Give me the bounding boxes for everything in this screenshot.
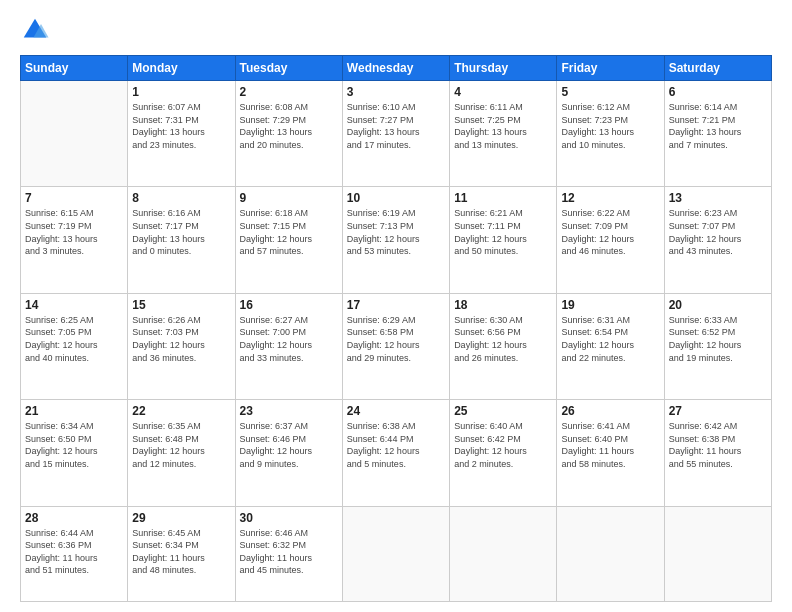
weekday-header: Sunday [21,56,128,81]
weekday-header: Thursday [450,56,557,81]
calendar-cell: 19Sunrise: 6:31 AMSunset: 6:54 PMDayligh… [557,293,664,399]
day-number: 26 [561,404,659,418]
weekday-header: Monday [128,56,235,81]
calendar-cell [450,506,557,602]
day-number: 28 [25,511,123,525]
day-info: Sunrise: 6:07 AMSunset: 7:31 PMDaylight:… [132,101,230,151]
day-number: 10 [347,191,445,205]
calendar-cell: 20Sunrise: 6:33 AMSunset: 6:52 PMDayligh… [664,293,771,399]
day-number: 25 [454,404,552,418]
day-number: 23 [240,404,338,418]
day-info: Sunrise: 6:08 AMSunset: 7:29 PMDaylight:… [240,101,338,151]
calendar-cell: 1Sunrise: 6:07 AMSunset: 7:31 PMDaylight… [128,81,235,187]
calendar-cell: 11Sunrise: 6:21 AMSunset: 7:11 PMDayligh… [450,187,557,293]
calendar-cell: 2Sunrise: 6:08 AMSunset: 7:29 PMDaylight… [235,81,342,187]
day-info: Sunrise: 6:26 AMSunset: 7:03 PMDaylight:… [132,314,230,364]
calendar-cell: 18Sunrise: 6:30 AMSunset: 6:56 PMDayligh… [450,293,557,399]
day-info: Sunrise: 6:25 AMSunset: 7:05 PMDaylight:… [25,314,123,364]
calendar-cell: 10Sunrise: 6:19 AMSunset: 7:13 PMDayligh… [342,187,449,293]
day-number: 6 [669,85,767,99]
day-number: 30 [240,511,338,525]
day-info: Sunrise: 6:23 AMSunset: 7:07 PMDaylight:… [669,207,767,257]
calendar-cell: 5Sunrise: 6:12 AMSunset: 7:23 PMDaylight… [557,81,664,187]
day-info: Sunrise: 6:45 AMSunset: 6:34 PMDaylight:… [132,527,230,577]
day-number: 5 [561,85,659,99]
day-number: 16 [240,298,338,312]
day-info: Sunrise: 6:10 AMSunset: 7:27 PMDaylight:… [347,101,445,151]
day-info: Sunrise: 6:14 AMSunset: 7:21 PMDaylight:… [669,101,767,151]
day-info: Sunrise: 6:31 AMSunset: 6:54 PMDaylight:… [561,314,659,364]
calendar-cell: 14Sunrise: 6:25 AMSunset: 7:05 PMDayligh… [21,293,128,399]
calendar-cell: 7Sunrise: 6:15 AMSunset: 7:19 PMDaylight… [21,187,128,293]
day-number: 21 [25,404,123,418]
day-info: Sunrise: 6:27 AMSunset: 7:00 PMDaylight:… [240,314,338,364]
day-info: Sunrise: 6:11 AMSunset: 7:25 PMDaylight:… [454,101,552,151]
day-info: Sunrise: 6:12 AMSunset: 7:23 PMDaylight:… [561,101,659,151]
day-info: Sunrise: 6:19 AMSunset: 7:13 PMDaylight:… [347,207,445,257]
day-number: 7 [25,191,123,205]
calendar-cell: 23Sunrise: 6:37 AMSunset: 6:46 PMDayligh… [235,400,342,506]
day-number: 4 [454,85,552,99]
calendar-cell: 22Sunrise: 6:35 AMSunset: 6:48 PMDayligh… [128,400,235,506]
calendar-cell: 16Sunrise: 6:27 AMSunset: 7:00 PMDayligh… [235,293,342,399]
weekday-header: Tuesday [235,56,342,81]
day-number: 22 [132,404,230,418]
day-number: 3 [347,85,445,99]
day-info: Sunrise: 6:44 AMSunset: 6:36 PMDaylight:… [25,527,123,577]
day-info: Sunrise: 6:46 AMSunset: 6:32 PMDaylight:… [240,527,338,577]
weekday-header: Saturday [664,56,771,81]
day-number: 14 [25,298,123,312]
calendar-cell: 21Sunrise: 6:34 AMSunset: 6:50 PMDayligh… [21,400,128,506]
calendar-cell: 29Sunrise: 6:45 AMSunset: 6:34 PMDayligh… [128,506,235,602]
calendar-cell: 15Sunrise: 6:26 AMSunset: 7:03 PMDayligh… [128,293,235,399]
calendar-cell: 25Sunrise: 6:40 AMSunset: 6:42 PMDayligh… [450,400,557,506]
calendar-cell: 27Sunrise: 6:42 AMSunset: 6:38 PMDayligh… [664,400,771,506]
calendar-cell: 26Sunrise: 6:41 AMSunset: 6:40 PMDayligh… [557,400,664,506]
calendar-cell [664,506,771,602]
day-number: 13 [669,191,767,205]
day-info: Sunrise: 6:42 AMSunset: 6:38 PMDaylight:… [669,420,767,470]
calendar-cell: 12Sunrise: 6:22 AMSunset: 7:09 PMDayligh… [557,187,664,293]
day-number: 19 [561,298,659,312]
calendar-cell [557,506,664,602]
calendar-cell: 4Sunrise: 6:11 AMSunset: 7:25 PMDaylight… [450,81,557,187]
calendar-cell [21,81,128,187]
day-info: Sunrise: 6:29 AMSunset: 6:58 PMDaylight:… [347,314,445,364]
calendar-cell [342,506,449,602]
day-number: 18 [454,298,552,312]
day-info: Sunrise: 6:15 AMSunset: 7:19 PMDaylight:… [25,207,123,257]
day-info: Sunrise: 6:30 AMSunset: 6:56 PMDaylight:… [454,314,552,364]
calendar-cell: 3Sunrise: 6:10 AMSunset: 7:27 PMDaylight… [342,81,449,187]
day-info: Sunrise: 6:16 AMSunset: 7:17 PMDaylight:… [132,207,230,257]
calendar-cell: 8Sunrise: 6:16 AMSunset: 7:17 PMDaylight… [128,187,235,293]
weekday-header: Friday [557,56,664,81]
day-number: 20 [669,298,767,312]
day-info: Sunrise: 6:22 AMSunset: 7:09 PMDaylight:… [561,207,659,257]
day-number: 27 [669,404,767,418]
day-info: Sunrise: 6:33 AMSunset: 6:52 PMDaylight:… [669,314,767,364]
day-number: 12 [561,191,659,205]
day-info: Sunrise: 6:21 AMSunset: 7:11 PMDaylight:… [454,207,552,257]
day-info: Sunrise: 6:41 AMSunset: 6:40 PMDaylight:… [561,420,659,470]
calendar-cell: 9Sunrise: 6:18 AMSunset: 7:15 PMDaylight… [235,187,342,293]
header [20,15,772,45]
day-info: Sunrise: 6:18 AMSunset: 7:15 PMDaylight:… [240,207,338,257]
day-number: 15 [132,298,230,312]
day-number: 11 [454,191,552,205]
day-info: Sunrise: 6:35 AMSunset: 6:48 PMDaylight:… [132,420,230,470]
logo [20,15,55,45]
calendar-table: SundayMondayTuesdayWednesdayThursdayFrid… [20,55,772,602]
day-number: 17 [347,298,445,312]
calendar-cell: 6Sunrise: 6:14 AMSunset: 7:21 PMDaylight… [664,81,771,187]
day-info: Sunrise: 6:40 AMSunset: 6:42 PMDaylight:… [454,420,552,470]
day-number: 24 [347,404,445,418]
page: SundayMondayTuesdayWednesdayThursdayFrid… [0,0,792,612]
calendar-cell: 30Sunrise: 6:46 AMSunset: 6:32 PMDayligh… [235,506,342,602]
day-number: 29 [132,511,230,525]
day-number: 2 [240,85,338,99]
day-info: Sunrise: 6:37 AMSunset: 6:46 PMDaylight:… [240,420,338,470]
day-info: Sunrise: 6:38 AMSunset: 6:44 PMDaylight:… [347,420,445,470]
calendar-cell: 17Sunrise: 6:29 AMSunset: 6:58 PMDayligh… [342,293,449,399]
calendar-cell: 24Sunrise: 6:38 AMSunset: 6:44 PMDayligh… [342,400,449,506]
calendar-cell: 28Sunrise: 6:44 AMSunset: 6:36 PMDayligh… [21,506,128,602]
